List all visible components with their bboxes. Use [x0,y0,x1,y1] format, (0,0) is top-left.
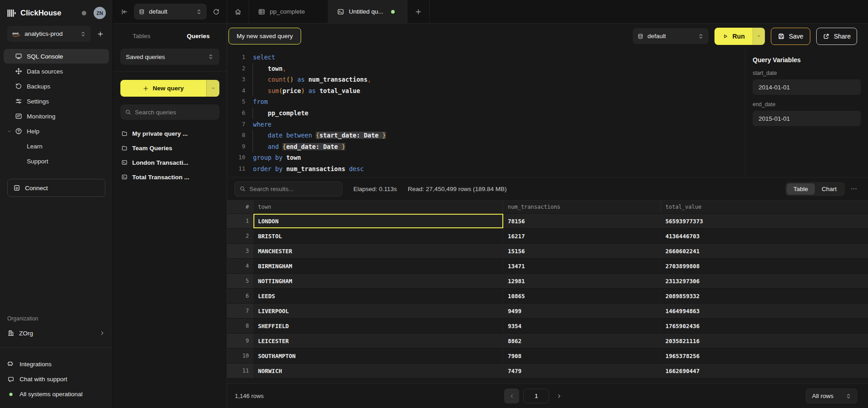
sql-editor[interactable]: 1select2 town,3 count() as num_transacti… [227,49,745,177]
organization-selector[interactable]: ZOrg [0,325,113,341]
sidebar-item-monitoring[interactable]: Monitoring [4,109,109,123]
sidebar-item-help[interactable]: Help [4,124,109,138]
cell-num-transactions[interactable]: 78156 [503,214,661,228]
run-button[interactable]: Run [714,28,765,45]
more-options-button[interactable] [847,182,861,196]
cell-num-transactions[interactable]: 9499 [503,304,661,318]
cell-num-transactions[interactable]: 10865 [503,289,661,303]
code-line[interactable]: 5from [233,96,745,108]
cell-num-transactions[interactable]: 9354 [503,319,661,333]
run-database-selector[interactable]: default [633,28,709,44]
cell-town[interactable]: LIVERPOOL [253,304,503,318]
sidebar-item-sql-console[interactable]: SQL Console [4,49,109,64]
collapse-sidebar-button[interactable] [119,5,130,19]
search-queries-input[interactable] [135,109,215,116]
code-line[interactable]: 2 town, [233,63,745,74]
workspace-selector[interactable]: aws analytics-prod [7,26,91,42]
cell-num-transactions[interactable]: 7908 [503,349,661,363]
saved-queries-selector[interactable]: Saved queries [120,49,219,65]
view-tab-chart[interactable]: Chart [815,183,843,195]
cell-town[interactable]: MANCHESTER [253,244,503,258]
previous-page-button[interactable] [504,388,519,403]
saved-query-item-team-queries[interactable]: Team Queries [113,141,227,155]
cell-num-transactions[interactable]: 7479 [503,364,661,378]
cell-total-value[interactable]: 1464994863 [661,304,868,318]
column-header-num-transactions[interactable]: num_transactions [503,201,661,213]
page-size-selector[interactable]: All rows [806,388,857,403]
cell-total-value[interactable]: 2035821116 [661,334,868,348]
cell-town[interactable]: NORWICH [253,364,503,378]
cell-num-transactions[interactable]: 8862 [503,334,661,348]
refresh-button[interactable] [210,5,222,19]
start-date-input[interactable] [753,79,861,95]
sidebar-item-backups[interactable]: Backups [4,79,109,93]
cell-town[interactable]: NOTTINGHAM [253,274,503,288]
cell-total-value[interactable]: 4136446703 [661,229,868,243]
column-header-index[interactable]: # [227,201,253,213]
sidebar-item-data-sources[interactable]: Data sources [4,64,109,79]
end-date-input[interactable] [753,111,861,126]
cell-total-value[interactable]: 2660602241 [661,244,868,258]
saved-query-name-chip[interactable]: My new saved query [228,28,301,44]
cell-total-value[interactable]: 2089859332 [661,289,868,303]
sidebar-footer-item-integrations[interactable]: Integrations [0,357,113,372]
cell-total-value[interactable]: 56593977373 [661,214,868,228]
code-line[interactable]: 7where [233,119,745,130]
share-button[interactable]: Share [816,28,857,45]
code-line[interactable]: 3 count() as num_transactions, [233,74,745,85]
code-line[interactable]: 4 sum(price) as total_value [233,85,745,97]
sidebar-item-settings[interactable]: Settings [4,94,109,108]
new-query-main[interactable]: New query [120,80,206,97]
column-header-town[interactable]: town [253,201,503,213]
add-service-button[interactable] [94,27,107,41]
cell-town[interactable]: BIRMINGHAM [253,259,503,273]
home-tab[interactable] [227,0,249,23]
code-line[interactable]: 10group by town [233,152,745,163]
save-button[interactable]: Save [771,28,810,45]
cell-num-transactions[interactable]: 12981 [503,274,661,288]
view-tab-table[interactable]: Table [787,183,815,195]
sidebar-item-support[interactable]: Support [4,154,109,168]
sidebar-footer-item-all-systems-operational[interactable]: All systems operational [0,387,113,402]
cell-num-transactions[interactable]: 16217 [503,229,661,243]
cell-total-value[interactable]: 1965378256 [661,349,868,363]
saved-query-item-london-transacti[interactable]: London Transacti... [113,155,227,170]
cell-town[interactable]: SHEFFIELD [253,319,503,333]
cell-total-value[interactable]: 1662690447 [661,364,868,378]
cell-town[interactable]: LONDON [253,214,503,228]
tab-tables[interactable]: Tables [113,33,170,39]
editor-tab-untitled-qu[interactable]: Untitled qu... [328,0,407,23]
page-number-input[interactable] [523,388,549,403]
sidebar-footer-item-chat-with-support[interactable]: Chat with support [0,372,113,387]
saved-query-item-my-private-query[interactable]: My private query ... [113,126,227,141]
code-line[interactable]: 9 and {end_date: Date } [233,141,745,152]
database-selector[interactable]: default [134,4,207,20]
cell-total-value[interactable]: 1765902436 [661,319,868,333]
next-page-button[interactable] [553,390,565,402]
new-tab-button[interactable] [407,0,430,23]
editor-tab-pp-complete[interactable]: pp_complete [249,0,328,23]
cell-town[interactable]: BRISTOL [253,229,503,243]
run-options-button[interactable] [753,28,765,45]
column-header-total-value[interactable]: total_value [661,201,868,213]
cell-num-transactions[interactable]: 15156 [503,244,661,258]
search-results-input[interactable] [249,186,337,192]
new-query-button[interactable]: New query [120,80,219,97]
connect-button[interactable]: Connect [7,179,105,197]
code-line[interactable]: 1select [233,52,745,63]
code-line[interactable]: 8 date between {start_date: Date } [233,130,745,141]
tab-queries[interactable]: Queries [170,33,227,39]
cell-town[interactable]: LEEDS [253,289,503,303]
saved-query-item-total-transaction[interactable]: Total Transaction ... [113,170,227,184]
code-line[interactable]: 6 pp_complete [233,108,745,119]
cell-total-value[interactable]: 2313297306 [661,274,868,288]
cell-total-value[interactable]: 2703899808 [661,259,868,273]
new-query-menu-button[interactable] [206,80,219,97]
code-line[interactable]: 11order by num_transactions desc [233,163,745,175]
run-button-main[interactable]: Run [714,28,753,45]
avatar[interactable]: ZN [94,7,106,19]
cell-num-transactions[interactable]: 13471 [503,259,661,273]
cell-town[interactable]: LEICESTER [253,334,503,348]
sidebar-item-learn[interactable]: Learn [4,139,109,153]
cell-town[interactable]: SOUTHAMPTON [253,349,503,363]
